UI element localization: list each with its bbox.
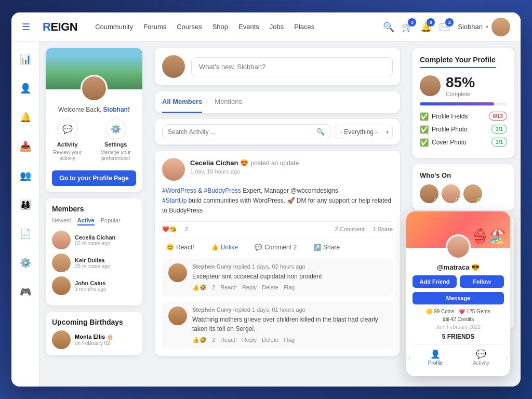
reply-item-1: Stephen Curry replied 1 days, 02 hours a… [162,258,393,296]
online-dot-3 [477,198,482,203]
message-button[interactable]: ✉️ 2 [439,21,450,33]
reply-delete-1[interactable]: Delete [262,284,278,291]
gem-icon: 💗 [459,309,465,314]
activity-nav-icon: 💬 [476,349,486,359]
whos-on-avatar-3[interactable] [463,184,482,203]
search-nav-button[interactable]: 🔍 [383,21,394,33]
share-icon: ↗️ [313,244,321,251]
logo: REIGN [43,20,77,34]
post-meta: Cecelia Cichan 😍 posted an update 1 day,… [190,158,299,175]
tab-mentions[interactable]: Mentions [215,91,242,113]
sidebar-icon-document[interactable]: 📄 [16,224,35,243]
dropdown-icon: ▾ [486,24,488,30]
share-count[interactable]: 1 Share [373,226,393,232]
nav-links: Coummunity Forums Courses Shop Events Jo… [95,23,314,31]
activity-tabs-bar: All Members Mentions [155,91,400,113]
reply-delete-2[interactable]: Delete [262,337,278,343]
bell-button[interactable]: 🔔 8 [420,21,432,33]
whos-on-avatar-2[interactable] [442,184,460,203]
birthday-name: Monta Ellis 🎂 [75,334,114,340]
sidebar-icon-settings[interactable]: ⚙️ [16,254,35,272]
comment-count[interactable]: 2 Comment [335,226,365,232]
cp-field-label-fields: Profile Fields [432,113,468,120]
fc-nav-prev[interactable]: ‹ [408,353,411,362]
nav-events[interactable]: Events [238,23,259,31]
welcome-name: Siobhan! [103,106,130,113]
post-author[interactable]: Cecelia Cichan 😍 [190,159,248,167]
reply-react-1[interactable]: React! [220,284,237,291]
tab-all-members[interactable]: All Members [162,91,202,113]
bell-badge: 8 [427,18,435,26]
cart-button[interactable]: 🛒 3 [402,21,413,33]
member-tabs: Newest Active Popular [52,217,136,225]
hamburger-icon[interactable]: ☰ [22,21,30,33]
member-info-1: Cecelia Cichan 02 minutes ago [75,234,115,246]
profile-nav-icon: 👤 [430,349,441,359]
member-name-1[interactable]: Cecelia Cichan [75,234,115,241]
coin-icon: 🟡 [426,309,432,314]
fc-bottom-nav: ‹ 👤 Profile 💬 Activity › [413,344,504,370]
credit-icon: 💵 [443,316,449,322]
tab-popular[interactable]: Popular [101,217,121,225]
member-info-2: Keir Dullea 35 minutes ago [75,257,110,269]
tab-active[interactable]: Active [77,217,95,225]
sidebar-icon-people[interactable]: 👥 [16,166,35,185]
react-button[interactable]: 😊 React! [162,242,198,253]
fc-nav-profile[interactable]: 👤 Profile [413,345,458,370]
fc-nav-next[interactable]: › [506,353,508,362]
reply-author-2: Stephen Curry [192,307,232,313]
reply-flag-1[interactable]: Flag [284,284,295,291]
reply-react-2[interactable]: React! [220,337,237,343]
sidebar-icon-inbox[interactable]: 📥 [16,137,35,156]
share-button[interactable]: ↗️ Share [309,242,344,253]
sidebar-icon-puzzle[interactable]: 🎮 [16,283,35,301]
sidebar-icon-bell[interactable]: 🔔 [16,108,35,127]
member-name-2[interactable]: Keir Dullea [75,257,110,263]
message-button-fc[interactable]: Message [413,292,504,304]
whos-on-avatar-1[interactable] [420,184,438,203]
whats-new-input[interactable] [191,57,393,76]
cp-badge-fields: 8/13 [489,112,507,121]
member-name-3[interactable]: John Caius [75,280,107,286]
nav-shop[interactable]: Shop [212,23,228,31]
profile-avatar [81,75,108,102]
sidebar-icon-group[interactable]: 👨‍👩‍👦 [16,195,35,214]
sidebar-icon-chart[interactable]: 📊 [16,50,35,69]
reply-reply-1[interactable]: Reply [242,284,257,291]
tab-newest[interactable]: Newest [52,217,71,225]
search-icon: 🔍 [316,128,325,136]
reaction-count: 2 [185,226,188,232]
post-body: #WordPress & #BuddyPress Expert, Manager… [162,186,393,216]
activity-action[interactable]: 💬 Activity Review your activity [52,118,83,161]
settings-action[interactable]: ⚙️ Settings Manage your preferences! [95,118,136,161]
reply-reply-2[interactable]: Reply [242,337,257,343]
nav-right: 🔍 🛒 3 🔔 8 ✉️ 2 Siobhan ▾ [383,18,510,36]
comment-button[interactable]: 💬 Comment 2 [250,242,301,253]
complete-profile-title: Complete Your Profile [420,56,496,68]
reply-flag-2[interactable]: Flag [284,337,295,343]
go-profile-button[interactable]: Go to your Profile Page [52,170,136,186]
nav-jobs[interactable]: Jobs [270,23,284,31]
sidebar-icon-profile[interactable]: 👤 [16,79,35,98]
birthday-item: Monta Ellis 🎂 on February 02 [52,330,136,349]
fc-stats: 🟡 99 Coins 💗 125 Gems [413,309,504,314]
filter-select[interactable]: - Everything - [335,125,393,139]
follow-button[interactable]: Follow [460,275,504,288]
nav-forums[interactable]: Forums [143,23,166,31]
welcome-text: Welcome Back, Siobhan! [52,106,136,113]
member-avatar-2 [52,254,71,272]
nav-community[interactable]: Coummunity [95,23,133,31]
cover-photo [46,48,142,89]
reply-item-2: Stephen Curry replied 1 days, 01 hours a… [162,301,393,349]
user-menu[interactable]: Siobhan ▾ [458,18,510,36]
fc-stat-credits: 💵 42 Credits [443,316,474,322]
nav-courses[interactable]: Courses [177,23,202,31]
add-friend-button[interactable]: Add Friend [413,275,457,288]
fc-nav-activity[interactable]: 💬 Activity [458,345,504,370]
cp-check-fields: ✅ [420,112,429,121]
unlike-button[interactable]: 👍 Unlike [207,242,242,253]
reply-body-1: Stephen Curry replied 1 days, 02 hours a… [192,263,387,291]
cp-item-fields-left: ✅ Profile Fields [420,112,468,121]
nav-places[interactable]: Places [294,23,314,31]
search-activity-input[interactable] [168,128,313,136]
